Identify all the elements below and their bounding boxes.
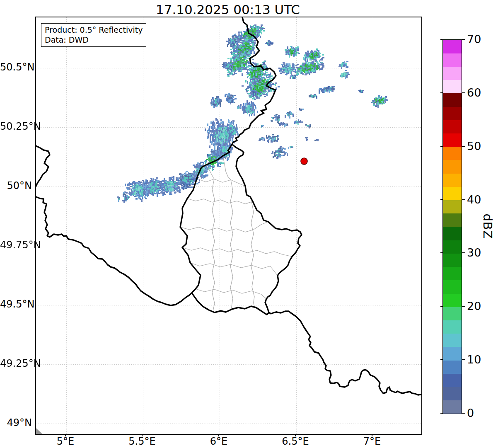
canton-border-line <box>206 165 214 179</box>
colorbar-segment <box>443 240 462 254</box>
canton-border-line <box>212 179 215 311</box>
colorbar-segment <box>443 107 462 120</box>
x-tick-label: 6°E <box>194 436 244 447</box>
colorbar-axis-label: dBZ <box>481 213 495 239</box>
colorbar-segment <box>443 334 462 347</box>
x-axis-tick-mark <box>65 434 66 436</box>
colorbar-tick-mark <box>440 413 442 414</box>
product-annotation-box: Product: 0.5° Reflectivity Data: DWD <box>41 23 146 47</box>
country-border-line <box>232 144 302 312</box>
colorbar-tick-mark <box>440 92 442 93</box>
colorbar-segment <box>443 133 462 147</box>
colorbar-tick-mark <box>462 359 465 360</box>
colorbar-tick-label: 10 <box>467 353 481 366</box>
colorbar-tick-label: 0 <box>467 407 474 420</box>
x-axis-tick-mark <box>142 434 143 436</box>
colorbar-segment <box>443 293 462 307</box>
y-tick-label: 49.75°N <box>0 239 32 251</box>
colorbar-segment <box>443 147 462 160</box>
radar-site-dot <box>301 158 307 165</box>
colorbar-tick-label: 20 <box>467 300 481 313</box>
x-axis-tick-mark <box>218 434 219 436</box>
colorbar-segment <box>443 120 462 133</box>
colorbar-tick-mark <box>440 39 442 40</box>
data-source-label: Data: DWD <box>45 35 143 45</box>
colorbar-tick-mark <box>462 92 465 93</box>
canton-border-line <box>180 222 268 232</box>
y-tick-label: 50.5°N <box>0 61 32 73</box>
y-tick-label: 49.5°N <box>0 298 32 310</box>
colorbar-segment <box>443 53 462 67</box>
colorbar-segment <box>443 253 462 267</box>
colorbar-segment <box>443 387 462 401</box>
colorbar-tick-mark <box>440 199 442 200</box>
y-tick-label: 50.25°N <box>0 121 32 132</box>
colorbar-segment <box>443 173 462 187</box>
x-tick-label: 6.5°E <box>271 436 320 447</box>
map-plot-area: Product: 0.5° Reflectivity Data: DWD <box>35 17 422 435</box>
colorbar-segment <box>443 186 462 200</box>
colorbar-segment <box>443 200 462 214</box>
country-border-line <box>276 311 421 395</box>
canton-border-line <box>187 199 253 204</box>
colorbar-tick-label: 50 <box>467 140 481 153</box>
country-border-line <box>180 144 232 293</box>
colorbar-tick-mark <box>440 252 442 253</box>
colorbar-tick-label: 60 <box>467 86 481 99</box>
x-axis-tick-mark <box>295 434 296 436</box>
colorbar-segment <box>443 160 462 174</box>
canton-border-line <box>198 179 245 186</box>
colorbar-segment <box>443 373 462 387</box>
x-tick-label: 7°E <box>347 436 397 447</box>
colorbar-tick-label: 40 <box>467 193 481 206</box>
canton-border-line <box>223 156 231 180</box>
colorbar-tick-mark <box>440 306 442 307</box>
colorbar-tick-mark <box>462 146 465 147</box>
y-tick-label: 50°N <box>0 180 32 191</box>
colorbar-segment <box>443 227 462 240</box>
radar-figure: 17.10.2025 00:13 UTC Product: 0.5° Refle… <box>0 0 498 448</box>
colorbar-tick-mark <box>462 252 465 253</box>
colorbar-segment <box>443 307 462 320</box>
colorbar-tick-mark <box>440 146 442 147</box>
canton-border-line <box>182 247 292 257</box>
colorbar-segment <box>443 213 462 227</box>
colorbar-segment <box>443 66 462 80</box>
corner-geometry-fragment <box>36 428 42 434</box>
canton-border-line <box>190 263 278 276</box>
country-border-line <box>36 197 192 305</box>
colorbar-segment <box>443 80 462 94</box>
colorbar-segment <box>443 93 462 107</box>
map-border-layer <box>36 17 421 434</box>
colorbar <box>442 39 462 414</box>
x-axis-tick-mark <box>372 434 372 436</box>
plot-title: 17.10.2025 00:13 UTC <box>35 2 421 17</box>
x-tick-label: 5°E <box>41 436 90 447</box>
canton-border-line <box>230 180 233 309</box>
colorbar-tick-mark <box>462 199 465 200</box>
product-label: Product: 0.5° Reflectivity <box>45 25 143 35</box>
colorbar-segment <box>443 280 462 294</box>
y-tick-label: 49.25°N <box>0 358 32 369</box>
colorbar-segment <box>443 347 462 361</box>
x-tick-label: 5.5°E <box>117 436 167 447</box>
colorbar-tick-mark <box>440 359 442 360</box>
y-tick-label: 49°N <box>0 417 32 429</box>
colorbar-tick-mark <box>462 413 465 414</box>
colorbar-tick-label: 30 <box>467 246 481 259</box>
colorbar-segment <box>443 360 462 374</box>
colorbar-tick-label: 70 <box>467 33 481 46</box>
country-border-line <box>36 146 50 186</box>
colorbar-segment <box>443 400 462 414</box>
colorbar-segment <box>443 320 462 334</box>
colorbar-tick-mark <box>462 306 465 307</box>
country-border-line <box>232 17 276 144</box>
colorbar-segment <box>443 267 462 281</box>
colorbar-tick-mark <box>462 39 465 40</box>
colorbar-segment <box>443 40 462 53</box>
